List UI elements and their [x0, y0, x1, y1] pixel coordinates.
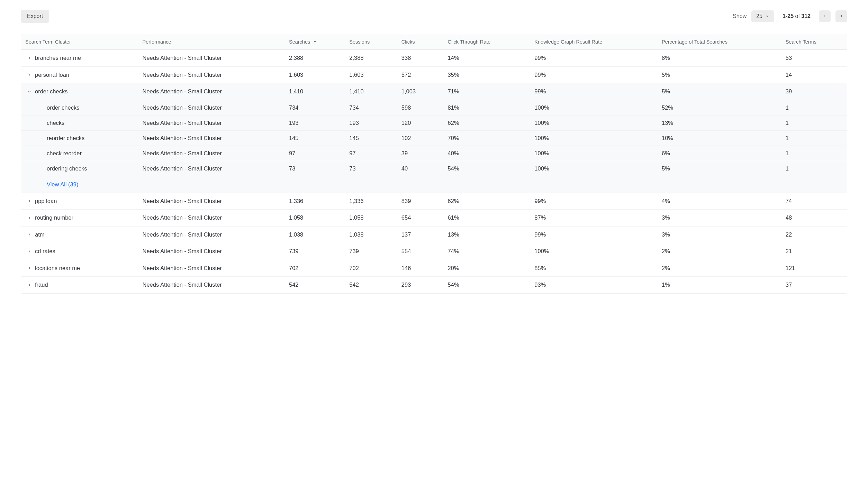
export-button[interactable]: Export	[21, 10, 49, 23]
cell-clicks: 598	[397, 100, 444, 115]
col-header-terms[interactable]: Search Terms	[781, 34, 847, 50]
cell-terms: 22	[781, 226, 847, 243]
cell-clicks: 1,003	[397, 83, 444, 100]
cell-searches: 73	[285, 161, 345, 176]
cell-kg: 100%	[530, 243, 658, 260]
cell-pct: 6%	[658, 146, 781, 161]
cluster-toggle[interactable]: atm	[27, 231, 45, 238]
cell-searches: 1,038	[285, 226, 345, 243]
cell-terms: 48	[781, 210, 847, 227]
prev-page-button[interactable]	[819, 10, 831, 22]
cell-performance: Needs Attention - Small Cluster	[138, 161, 285, 176]
cell-clicks: 120	[397, 115, 444, 130]
cell-kg: 99%	[530, 66, 658, 83]
cell-clicks: 39	[397, 146, 444, 161]
table-row: order checks Needs Attention - Small Clu…	[21, 83, 847, 100]
cell-clicks: 338	[397, 50, 444, 67]
cluster-toggle[interactable]: routing number	[27, 214, 73, 221]
table-child-row: checks Needs Attention - Small Cluster 1…	[21, 115, 847, 130]
table-row: atm Needs Attention - Small Cluster 1,03…	[21, 226, 847, 243]
cell-performance: Needs Attention - Small Cluster	[138, 100, 285, 115]
cell-clicks: 137	[397, 226, 444, 243]
child-cluster-name[interactable]: check reorder	[27, 150, 82, 157]
table-header-row: Search Term Cluster Performance Searches…	[21, 34, 847, 50]
child-cluster-name[interactable]: order checks	[27, 104, 79, 111]
cell-cluster: locations near me	[21, 260, 138, 277]
cell-kg: 100%	[530, 146, 658, 161]
cluster-toggle[interactable]: order checks	[27, 88, 67, 95]
cell-pct: 10%	[658, 130, 781, 146]
col-header-sessions[interactable]: Sessions	[345, 34, 397, 50]
chevron-right-icon	[27, 266, 31, 270]
cell-sessions: 1,058	[345, 210, 397, 227]
cell-sessions: 2,388	[345, 50, 397, 67]
col-header-pct[interactable]: Percentage of Total Searches	[658, 34, 781, 50]
col-header-performance[interactable]: Performance	[138, 34, 285, 50]
svg-marker-0	[314, 41, 316, 43]
cell-searches: 1,410	[285, 83, 345, 100]
cell-terms: 53	[781, 50, 847, 67]
cell-pct: 52%	[658, 100, 781, 115]
cell-kg: 85%	[530, 260, 658, 277]
cluster-toggle[interactable]: cd rates	[27, 248, 55, 255]
cell-terms: 1	[781, 115, 847, 130]
cell-kg: 87%	[530, 210, 658, 227]
cell-performance: Needs Attention - Small Cluster	[138, 115, 285, 130]
cluster-name-label: fraud	[35, 282, 48, 288]
pagination-range: 1-25 of 312	[783, 13, 811, 19]
cell-cluster: routing number	[21, 210, 138, 227]
per-page-select[interactable]: 25	[751, 10, 774, 22]
cell-ctr: 61%	[444, 210, 531, 227]
col-header-cluster[interactable]: Search Term Cluster	[21, 34, 138, 50]
cell-sessions: 734	[345, 100, 397, 115]
cell-terms: 1	[781, 161, 847, 176]
col-header-ctr[interactable]: Click Through Rate	[444, 34, 531, 50]
cell-performance: Needs Attention - Small Cluster	[138, 210, 285, 227]
col-header-kg[interactable]: Knowledge Graph Result Rate	[530, 34, 658, 50]
cell-cluster: order checks	[21, 83, 138, 100]
cell-cluster: ppp loan	[21, 193, 138, 210]
cluster-toggle[interactable]: locations near me	[27, 265, 80, 271]
cell-sessions: 1,336	[345, 193, 397, 210]
chevron-right-icon	[839, 13, 844, 19]
cell-terms: 14	[781, 66, 847, 83]
cluster-name-label: routing number	[35, 214, 73, 221]
col-header-searches[interactable]: Searches	[285, 34, 345, 50]
cell-performance: Needs Attention - Small Cluster	[138, 260, 285, 277]
chevron-right-icon	[27, 73, 31, 77]
chevron-right-icon	[27, 216, 31, 220]
cell-pct: 3%	[658, 210, 781, 227]
cell-pct: 2%	[658, 243, 781, 260]
child-cluster-name[interactable]: ordering checks	[27, 165, 87, 172]
cluster-toggle[interactable]: personal loan	[27, 72, 69, 78]
child-cluster-name[interactable]: reorder checks	[27, 135, 84, 141]
cell-cluster: check reorder	[21, 146, 138, 161]
cell-clicks: 572	[397, 66, 444, 83]
toolbar: Export Show 25 1-25 of 312	[21, 10, 847, 23]
next-page-button[interactable]	[835, 10, 847, 22]
col-header-clicks[interactable]: Clicks	[397, 34, 444, 50]
cell-cluster: atm	[21, 226, 138, 243]
cell-sessions: 1,603	[345, 66, 397, 83]
cluster-toggle[interactable]: fraud	[27, 282, 48, 288]
cell-ctr: 13%	[444, 226, 531, 243]
cell-searches: 97	[285, 146, 345, 161]
cell-pct: 13%	[658, 115, 781, 130]
cell-sessions: 193	[345, 115, 397, 130]
cluster-toggle[interactable]: branches near me	[27, 55, 81, 61]
view-all-link[interactable]: View All (39)	[27, 181, 78, 188]
cell-searches: 542	[285, 277, 345, 294]
cell-performance: Needs Attention - Small Cluster	[138, 130, 285, 146]
cell-searches: 2,388	[285, 50, 345, 67]
cell-kg: 93%	[530, 277, 658, 294]
range-to: 25	[787, 13, 794, 19]
cell-kg: 99%	[530, 83, 658, 100]
cell-sessions: 1,038	[345, 226, 397, 243]
child-cluster-name[interactable]: checks	[27, 120, 64, 126]
cell-ctr: 20%	[444, 260, 531, 277]
cell-searches: 1,058	[285, 210, 345, 227]
cell-clicks: 654	[397, 210, 444, 227]
cell-kg: 100%	[530, 100, 658, 115]
cluster-toggle[interactable]: ppp loan	[27, 198, 57, 204]
cell-performance: Needs Attention - Small Cluster	[138, 146, 285, 161]
